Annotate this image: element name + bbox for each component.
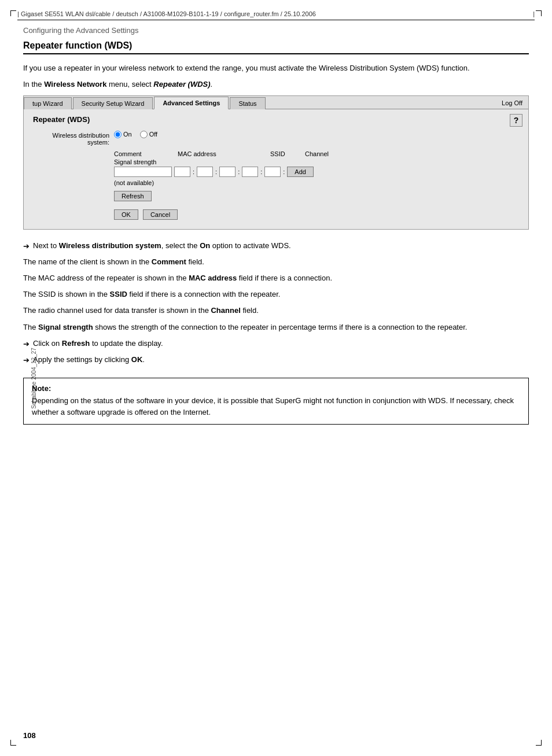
not-available-text: (not available) [114, 179, 519, 186]
corner-tl [10, 10, 16, 16]
logout-button[interactable]: Log Off [496, 97, 528, 109]
col-comment-header: Comment [114, 150, 178, 157]
page-number: 108 [23, 731, 36, 740]
intro-paragraph: If you use a repeater in your wireless n… [23, 62, 529, 74]
bullet-item-3: ➔ Apply the settings by clicking OK. [23, 354, 529, 366]
wireless-dist-row: Wireless distributionsystem: On Off [33, 131, 519, 146]
body-para-5: The Signal strength shows the strength o… [23, 322, 529, 333]
router-body-title: Repeater (WDS) [33, 115, 519, 124]
menu-instruction-suffix: . [211, 80, 213, 88]
bullet-item-2: ➔ Click on Refresh to update the display… [23, 338, 529, 350]
body-para-4: The radio channel used for data transfer… [23, 305, 529, 316]
page-title: Repeater function (WDS) [23, 40, 529, 54]
col-ssid-header: SSID [270, 150, 305, 157]
menu-instruction-menu: Wireless Network [44, 80, 106, 88]
table-headers: Comment MAC address SSID Channel [114, 150, 519, 157]
mac-part-1[interactable] [174, 167, 190, 177]
radio-off-input[interactable] [140, 131, 148, 138]
bullet-1-text: Next to Wireless distribution system, se… [33, 240, 291, 252]
header-pipe: | [533, 10, 535, 17]
menu-instruction: In the Wireless Network menu, select Rep… [23, 80, 529, 88]
corner-bl [10, 740, 16, 746]
bullet-arrow-2: ➔ [23, 338, 30, 350]
tab-security-wizard[interactable]: Security Setup Wizard [73, 97, 153, 109]
note-body: Depending on the status of the software … [32, 395, 520, 418]
body-para-3: The SSID is shown in the SSID field if t… [23, 289, 529, 300]
bullet-arrow-1: ➔ [23, 241, 30, 252]
help-icon[interactable]: ? [510, 114, 522, 127]
header-bar: | Gigaset SE551 WLAN dsl/cable / deutsch… [17, 10, 535, 20]
signal-strength-row: Signal strength [114, 158, 519, 165]
wireless-dist-label: Wireless distributionsystem: [33, 131, 114, 146]
menu-instruction-mid: menu, select [106, 80, 153, 88]
col-mac-header: MAC address [178, 150, 270, 157]
mac-part-4[interactable] [242, 167, 258, 177]
body-para-2: The MAC address of the repeater is shown… [23, 272, 529, 284]
main-content: Configuring the Advanced Settings Repeat… [23, 26, 529, 436]
refresh-button[interactable]: Refresh [114, 191, 152, 201]
body-para-1: The name of the client is shown in the C… [23, 256, 529, 268]
data-entry-row: : : : : : Add [114, 167, 519, 177]
radio-on-option[interactable]: On [114, 131, 132, 138]
ok-cancel-row: OK Cancel [114, 209, 519, 220]
radio-group: On Off [114, 131, 157, 138]
note-title: Note: [32, 384, 520, 393]
mac-part-2[interactable] [197, 167, 213, 177]
bullet-2-text: Click on Refresh to update the display. [33, 338, 163, 349]
tab-status[interactable]: Status [230, 97, 265, 109]
router-body: Repeater (WDS) ? Wireless distributionsy… [24, 109, 528, 229]
corner-br [536, 740, 542, 746]
menu-instruction-prefix: In the [23, 80, 44, 88]
add-button[interactable]: Add [287, 167, 314, 177]
note-box: Note: Depending on the status of the sof… [23, 378, 529, 425]
bullet-item-1: ➔ Next to Wireless distribution system, … [23, 240, 529, 252]
radio-on-input[interactable] [114, 131, 122, 138]
col-channel-header: Channel [305, 150, 345, 157]
mac-part-5[interactable] [264, 167, 281, 177]
radio-off-option[interactable]: Off [140, 131, 157, 138]
tab-setup-wizard[interactable]: tup Wizard [24, 97, 72, 109]
body-section: ➔ Next to Wireless distribution system, … [23, 240, 529, 366]
tab-advanced-settings[interactable]: Advanced Settings [154, 97, 229, 109]
mac-part-3[interactable] [219, 167, 235, 177]
header-text: | Gigaset SE551 WLAN dsl/cable / deutsch… [17, 10, 316, 17]
signal-strength-label: Signal strength [114, 158, 178, 165]
ok-button[interactable]: OK [114, 209, 138, 220]
router-ui: tup Wizard Security Setup Wizard Advance… [23, 95, 529, 230]
bullet-arrow-3: ➔ [23, 355, 30, 366]
corner-tr [536, 10, 542, 16]
refresh-row: Refresh [114, 191, 519, 201]
comment-input[interactable] [114, 167, 172, 177]
bullet-3-text: Apply the settings by clicking OK. [33, 354, 145, 366]
menu-instruction-item: Repeater (WDS) [153, 80, 210, 88]
section-heading: Configuring the Advanced Settings [23, 26, 529, 35]
router-tabs: tup Wizard Security Setup Wizard Advance… [24, 96, 528, 109]
cancel-button[interactable]: Cancel [143, 209, 178, 220]
